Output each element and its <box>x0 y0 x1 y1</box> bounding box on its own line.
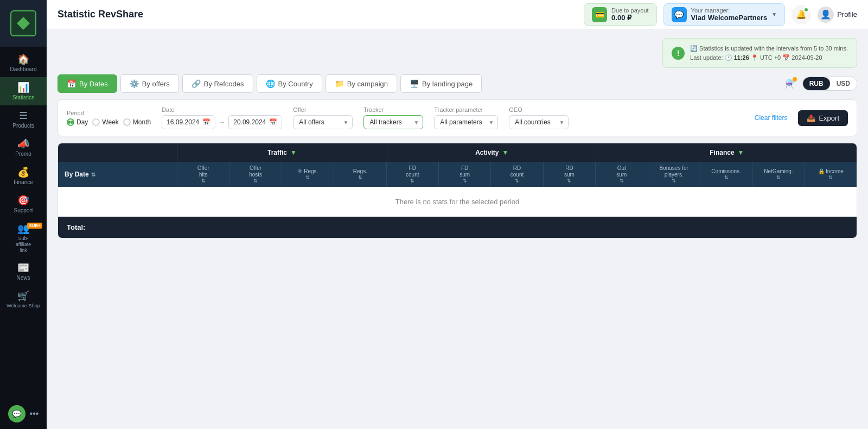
products-icon: ☰ <box>19 111 28 121</box>
date-label: Date <box>162 106 282 113</box>
manager-icon: 💬 <box>672 7 687 22</box>
lock-icon: 🔒 <box>818 168 825 174</box>
globe-icon: 🌐 <box>266 79 275 88</box>
info-text-line2: Last update: 🕐 11:26 📍 UTC +0 📅 2024-09-… <box>690 54 822 61</box>
col-pct-regs[interactable]: % Regs. ⇅ <box>282 162 334 187</box>
profile-label: Profile <box>837 10 857 18</box>
col-rd-sum[interactable]: RD sum ⇅ <box>544 162 596 187</box>
chat-button[interactable]: 💬 <box>8 405 25 422</box>
netgaming-sort-icon: ⇅ <box>776 175 781 180</box>
col-netgaming[interactable]: NetGaming. ⇅ <box>752 162 805 187</box>
content-area: ! 🔄 Statistics is updated with the inter… <box>47 29 868 429</box>
group-spacer <box>58 143 177 162</box>
col-regs[interactable]: Regs. ⇅ <box>334 162 386 187</box>
tab-by-landing-page[interactable]: 🖥️ By landing page <box>400 74 482 93</box>
tab-by-refcodes[interactable]: 🔗 By Refcodes <box>182 74 253 93</box>
offer-hits-sort-icon: ⇅ <box>201 178 206 184</box>
period-day-radio[interactable]: Day <box>67 118 88 126</box>
offer-select[interactable]: All offers <box>293 115 353 129</box>
bonuses-sort-icon: ⇅ <box>672 178 676 184</box>
finance-icon: 💰 <box>17 167 29 177</box>
sidebar-item-dashboard[interactable]: 🏠 Dashboard <box>0 49 47 77</box>
clear-filters-button[interactable]: Clear filters <box>755 114 788 122</box>
geo-select[interactable]: All countries <box>509 115 569 129</box>
profile-button[interactable]: 👤 Profile <box>818 7 857 23</box>
notification-button[interactable]: 🔔 <box>792 5 811 24</box>
tracker-param-label: Tracker parameter <box>434 106 498 113</box>
monitor-icon: 🖥️ <box>410 79 419 88</box>
calendar-from-icon: 📅 <box>202 118 210 126</box>
info-banner: ! 🔄 Statistics is updated with the inter… <box>662 38 857 68</box>
export-button[interactable]: 📤 Export <box>798 110 848 126</box>
period-label: Period <box>67 110 151 116</box>
col-income[interactable]: 🔒 Income ⇅ <box>805 162 857 187</box>
header: Statistic RevShare 💳 Due to payout 0.00 … <box>47 0 868 29</box>
geo-label: GEO <box>509 106 569 113</box>
more-button[interactable]: ••• <box>30 409 39 419</box>
tab-by-dates[interactable]: 📅 By Dates <box>58 74 117 93</box>
payout-label: Due to payout <box>611 7 649 14</box>
tab-by-campaign[interactable]: 📁 By campaign <box>326 74 397 93</box>
filters-row: Period Day Week Month <box>58 99 857 136</box>
col-offer-hosts[interactable]: Offer hosts ⇅ <box>229 162 282 187</box>
group-finance: Finance ▼ <box>597 143 857 162</box>
folder-icon: 📁 <box>335 79 344 88</box>
sidebar-item-support[interactable]: 🎯 Support <box>0 190 47 218</box>
offer-select-wrapper: All offers ▼ <box>293 115 353 129</box>
sidebar-item-sub-affiliate[interactable]: SUB+ 👥 Sub-affiliatelink <box>0 218 47 257</box>
currency-usd-button[interactable]: USD <box>830 77 857 90</box>
sub-badge: SUB+ <box>27 223 42 229</box>
group-traffic: Traffic ▼ <box>177 143 387 162</box>
tracker-param-select[interactable]: All parameters <box>434 115 498 129</box>
page-title: Statistic RevShare <box>58 9 143 20</box>
geo-filter: GEO All countries ▼ <box>509 106 569 129</box>
tabs-row: 📅 By Dates ⚙️ By offers 🔗 By Refcodes 🌐 … <box>58 74 857 93</box>
date-to-input[interactable]: 20.09.2024 📅 <box>228 115 282 129</box>
date-from-input[interactable]: 16.09.2024 📅 <box>162 115 215 129</box>
col-fd-sum[interactable]: FD sum ⇅ <box>439 162 491 187</box>
col-by-date[interactable]: By Date ⇅ <box>58 162 177 187</box>
by-date-sort-icon: ⇅ <box>91 172 95 178</box>
notification-badge <box>803 7 809 12</box>
col-offer-hits[interactable]: Offer hits ⇅ <box>177 162 229 187</box>
manager-dropdown-icon: ▼ <box>771 11 777 17</box>
support-icon: 🎯 <box>17 195 29 205</box>
period-week-radio[interactable]: Week <box>92 118 118 126</box>
sidebar-item-news[interactable]: 📰 News <box>0 257 47 286</box>
tracker-label: Tracker <box>363 106 423 113</box>
currency-toggle: RUB USD <box>802 77 857 91</box>
header-right: 💳 Due to payout 0.00 ₽ 💬 Your manager: V… <box>584 3 857 26</box>
sidebar-item-products[interactable]: ☰ Products <box>0 105 47 134</box>
tab-by-offers[interactable]: ⚙️ By offers <box>120 74 179 93</box>
col-commissions[interactable]: Comissions. ⇅ <box>700 162 752 187</box>
period-month-radio[interactable]: Month <box>123 118 151 126</box>
group-headers: Traffic ▼ Activity ▼ Finance ▼ <box>177 143 857 162</box>
promo-icon: 📣 <box>17 139 29 149</box>
col-fd-count[interactable]: FD count ⇅ <box>387 162 439 187</box>
period-filter: Period Day Week Month <box>67 110 151 126</box>
sidebar-item-statistics[interactable]: 📊 Statistics <box>0 77 47 105</box>
currency-rub-button[interactable]: RUB <box>803 77 830 90</box>
welcome-shop-icon: 🛒 <box>17 291 29 301</box>
tab-by-country[interactable]: 🌐 By Country <box>257 74 322 93</box>
col-rd-count[interactable]: RD count ⇅ <box>491 162 543 187</box>
logo-icon <box>10 10 36 36</box>
manager-box[interactable]: 💬 Your manager: Vlad WelcomePartners ▼ <box>663 3 786 26</box>
sidebar-item-welcome-shop[interactable]: 🛒 Welcome-Shop <box>0 286 47 313</box>
avatar: 👤 <box>818 7 834 23</box>
sidebar-item-promo[interactable]: 📣 Promo <box>0 134 47 162</box>
manager-name: Vlad WelcomePartners <box>691 14 768 22</box>
sidebar-bottom: 💬 ••• <box>0 399 47 429</box>
tracker-select[interactable]: All trackers <box>363 115 423 129</box>
filter-button[interactable]: ⚗️ <box>782 75 799 92</box>
radio-week-indicator <box>92 118 100 126</box>
sidebar-item-finance[interactable]: 💰 Finance <box>0 162 47 190</box>
col-out-sum[interactable]: Out sum ⇅ <box>596 162 648 187</box>
sidebar: 🏠 Dashboard 📊 Statistics ☰ Products 📣 Pr… <box>0 0 47 429</box>
col-bonuses[interactable]: Bonuses for players. ⇅ <box>648 162 700 187</box>
payout-box[interactable]: 💳 Due to payout 0.00 ₽ <box>584 3 657 26</box>
regs-sort-icon: ⇅ <box>358 175 362 180</box>
info-text-main: Statistics is updated with the intervals… <box>699 45 848 52</box>
group-activity: Activity ▼ <box>387 143 597 162</box>
news-icon: 📰 <box>17 263 29 273</box>
